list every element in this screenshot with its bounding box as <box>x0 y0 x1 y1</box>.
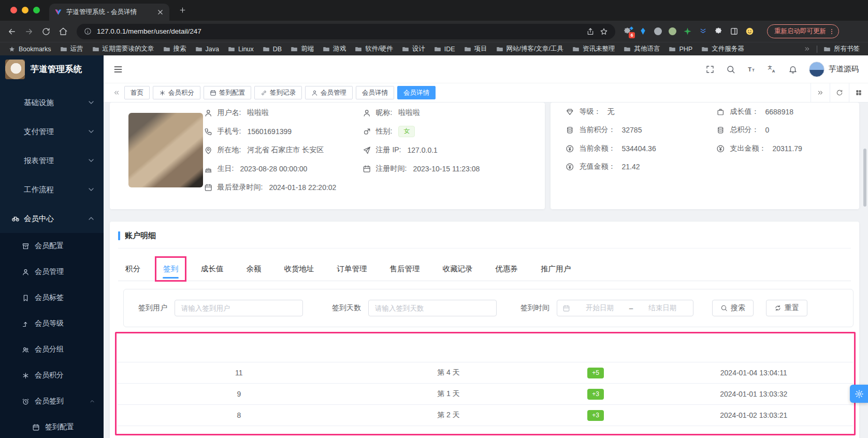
sidebar-item[interactable]: 会员分组 <box>0 337 104 362</box>
user-menu[interactable]: 芋道源码 <box>809 62 859 77</box>
share-icon[interactable] <box>586 27 595 36</box>
bookmark-folder-label: 运营 <box>70 45 83 53</box>
detail-tab[interactable]: 余额 <box>239 257 269 281</box>
refresh-page-button[interactable] <box>830 83 849 102</box>
bookmark-folder[interactable]: Java <box>195 46 219 53</box>
page-tab[interactable]: 会员详情 <box>356 86 394 99</box>
page-tab[interactable]: 会员管理 <box>305 86 353 99</box>
page-tab[interactable]: 会员详情 <box>397 86 436 99</box>
new-tab-button[interactable] <box>179 6 186 14</box>
detail-tab[interactable]: 优惠券 <box>488 257 526 281</box>
sidebar-group[interactable]: 基础设施 <box>0 88 104 117</box>
all-bookmarks-folder[interactable]: 所有书签 <box>823 45 860 53</box>
sidebar-item[interactable]: 会员标签 <box>0 285 104 311</box>
zoom-window-button[interactable] <box>33 7 40 13</box>
language-icon[interactable]: 文A <box>768 65 777 74</box>
search-icon[interactable] <box>726 65 735 74</box>
bookmark-folder[interactable]: PHP <box>669 46 692 53</box>
bookmark-folder[interactable]: IDE <box>434 46 455 53</box>
detail-tab[interactable]: 成长值 <box>194 257 231 281</box>
extension-star-icon[interactable] <box>683 27 692 36</box>
detail-tab[interactable]: 收藏记录 <box>436 257 480 281</box>
address-bar[interactable]: 127.0.0.1/member/user/detail/247 <box>77 24 615 39</box>
scrollbar-thumb[interactable] <box>863 149 866 207</box>
bookmarks-root[interactable]: Bookmarks <box>8 46 51 53</box>
bookmark-folder[interactable]: Linux <box>228 46 254 53</box>
window-controls[interactable] <box>10 7 40 13</box>
bookmark-star-icon[interactable] <box>600 27 608 36</box>
extension-kite-icon[interactable] <box>639 27 647 36</box>
bookmark-folder[interactable]: 其他语言 <box>624 45 660 53</box>
sidebar-group[interactable]: 工作流程 <box>0 175 104 204</box>
bookmark-folder[interactable]: 运营 <box>60 45 83 53</box>
font-size-icon[interactable]: TT <box>747 65 756 74</box>
extension-green-icon[interactable] <box>669 27 676 35</box>
sidebar-item-signin-config[interactable]: 签到配置 <box>0 414 104 438</box>
page-tab[interactable]: 签到记录 <box>254 86 302 99</box>
detail-tab[interactable]: 推广用户 <box>533 257 578 281</box>
signin-user-input[interactable] <box>175 300 303 316</box>
site-info-icon[interactable] <box>84 27 92 35</box>
home-icon[interactable] <box>59 27 68 36</box>
collapse-sidebar-icon[interactable] <box>113 64 123 75</box>
bookmark-folder[interactable]: 文件服务器 <box>701 45 744 53</box>
sidebar-item[interactable]: 会员等级 <box>0 311 104 337</box>
page-tab[interactable]: 签到配置 <box>204 86 251 99</box>
bookmark-folder[interactable]: 搜索 <box>163 45 186 53</box>
bookmarks-overflow-icon[interactable] <box>804 46 811 52</box>
sidepanel-icon[interactable] <box>730 27 739 36</box>
reload-icon[interactable] <box>41 27 51 36</box>
search-button[interactable]: 搜索 <box>712 300 754 316</box>
detail-tab[interactable]: 售后管理 <box>383 257 427 281</box>
close-tab-icon[interactable] <box>156 8 164 16</box>
sidebar-item[interactable]: 会员配置 <box>0 233 104 259</box>
end-date-placeholder[interactable]: 结束日期 <box>637 303 688 313</box>
detail-tab[interactable]: 积分 <box>118 257 148 281</box>
bookmark-folder[interactable]: 软件/硬件 <box>355 45 393 53</box>
sidebar-group[interactable]: 会员中心 <box>0 204 104 233</box>
detail-tab[interactable]: 签到 <box>156 257 185 281</box>
sidebar-item[interactable]: 会员积分 <box>0 362 104 388</box>
reset-button[interactable]: 重置 <box>766 300 807 316</box>
scroll-tabs-right-button[interactable] <box>811 83 830 102</box>
detail-tab[interactable]: 订单管理 <box>330 257 374 281</box>
page-tab[interactable]: 会员积分 <box>153 86 200 99</box>
sidebar-item[interactable]: 会员管理 <box>0 259 104 285</box>
points-badge: +3 <box>587 389 604 400</box>
sidebar-group[interactable]: 支付管理 <box>0 117 104 146</box>
bookmark-folder[interactable]: DB <box>263 46 282 53</box>
tab-options-button[interactable] <box>849 83 868 102</box>
sidebar-item[interactable]: 会员签到 <box>0 388 104 414</box>
profile-smiley-icon[interactable] <box>745 27 754 36</box>
pinned-extension-icon[interactable]: ◆ 6 <box>623 27 632 36</box>
extension-chevrons-icon[interactable] <box>699 27 707 36</box>
settings-fab[interactable] <box>850 385 868 403</box>
signin-days-input[interactable] <box>368 300 497 316</box>
sidebar-logo[interactable]: 芋道管理系统 <box>0 55 104 83</box>
forward-icon[interactable] <box>24 27 34 36</box>
extension-puzzle-icon[interactable] <box>714 27 723 36</box>
extension-gray-icon[interactable] <box>654 27 662 35</box>
scroll-tabs-left-icon[interactable] <box>113 89 120 96</box>
notification-bell-icon[interactable] <box>788 65 798 74</box>
browser-tab[interactable]: 芋道管理系统 - 会员详情 <box>49 4 169 21</box>
bookmark-folder[interactable]: 项目 <box>464 45 487 53</box>
close-window-button[interactable] <box>10 7 17 13</box>
bookmark-folder[interactable]: 前端 <box>291 45 314 53</box>
detail-tab[interactable]: 收货地址 <box>277 257 322 281</box>
bookmark-folder[interactable]: 资讯未整理 <box>572 45 615 53</box>
url-text[interactable]: 127.0.0.1/member/user/detail/247 <box>97 27 581 35</box>
back-icon[interactable] <box>7 27 17 36</box>
sidebar-group[interactable]: 报表管理 <box>0 146 104 175</box>
bookmark-folder[interactable]: 设计 <box>402 45 425 53</box>
start-date-placeholder[interactable]: 开始日期 <box>574 303 625 313</box>
page-tab[interactable]: 首页 <box>124 86 150 99</box>
browser-update-button[interactable]: 重新启动即可更新 <box>767 24 839 38</box>
browser-menu-icon[interactable] <box>828 28 835 35</box>
bookmark-folder[interactable]: 游戏 <box>323 45 346 53</box>
bookmark-folder[interactable]: 网站/博客/文章/工具 <box>496 45 563 53</box>
date-range-picker[interactable]: 开始日期 – 结束日期 <box>557 300 693 316</box>
bookmark-folder[interactable]: 近期需要读的文章 <box>92 45 154 53</box>
minimize-window-button[interactable] <box>22 7 28 13</box>
fullscreen-icon[interactable] <box>705 65 715 74</box>
